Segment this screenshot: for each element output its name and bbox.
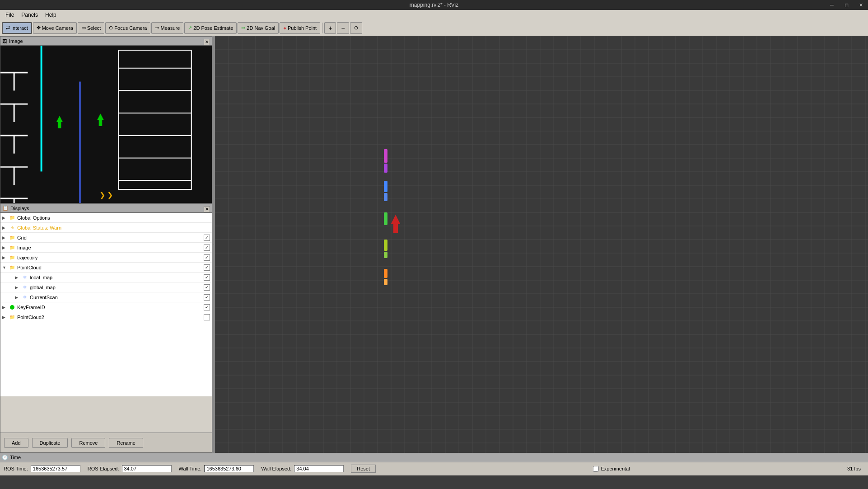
toolbar: ⇄ Interact ✥ Move Camera ▭ Select ⊙ Focu… bbox=[0, 20, 868, 36]
tree-item-image[interactable]: ▶ 📁 Image ✓ bbox=[0, 243, 212, 253]
snowflake-icon: ❄ bbox=[21, 274, 28, 281]
tree-item-trajectory[interactable]: ▶ 📁 trajectory ✓ bbox=[0, 253, 212, 263]
tool-focus-camera[interactable]: ⊙ Focus Camera bbox=[105, 22, 150, 34]
main-area: 🖼 Image ✕ ❯ ❯ 📋 Displays ✕ bbox=[0, 36, 868, 453]
tool-select[interactable]: ▭ Select bbox=[78, 22, 105, 34]
snowflake-icon: ❄ bbox=[21, 284, 28, 291]
tree-item-global-options[interactable]: ▶ 📁 Global Options bbox=[0, 213, 212, 223]
tool-pose-estimate[interactable]: ↗ 2D Pose Estimate bbox=[184, 22, 237, 34]
nav-goal-icon: ⇒ bbox=[241, 25, 245, 31]
restore-button[interactable]: ◻ bbox=[839, 0, 854, 10]
tree-item-keyframe-id[interactable]: ▶ KeyFrameID ✓ bbox=[0, 302, 212, 312]
image-canvas: ❯ ❯ bbox=[0, 46, 212, 203]
image-checkbox[interactable]: ✓ bbox=[204, 244, 210, 251]
folder-icon: 📁 bbox=[9, 314, 16, 321]
displays-panel-header: 📋 Displays ✕ bbox=[0, 204, 212, 213]
time-clock-icon: 🕐 bbox=[2, 455, 8, 461]
expander-icon: ▶ bbox=[2, 245, 9, 250]
window-title: mapping.rviz* - RViz bbox=[410, 2, 458, 8]
green-dot-icon bbox=[9, 304, 16, 311]
reset-button[interactable]: Reset bbox=[351, 465, 376, 473]
tree-item-global-status[interactable]: ▶ ⚠ Global Status: Warn bbox=[0, 223, 212, 233]
window-controls: ─ ◻ ✕ bbox=[825, 0, 868, 10]
titlebar: mapping.rviz* - RViz ─ ◻ ✕ bbox=[0, 0, 868, 10]
remove-button[interactable]: Remove bbox=[71, 438, 105, 448]
tool-move-camera[interactable]: ✥ Move Camera bbox=[33, 22, 77, 34]
menu-panels[interactable]: Panels bbox=[18, 10, 42, 20]
current-scan-checkbox[interactable]: ✓ bbox=[204, 294, 210, 301]
zoom-in-button[interactable]: + bbox=[324, 22, 336, 34]
ros-elapsed-value: 34.07 bbox=[122, 465, 172, 472]
expander-icon: ▶ bbox=[2, 235, 9, 240]
image-panel: 🖼 Image ✕ ❯ ❯ bbox=[0, 36, 212, 203]
displays-panel-icon: 📋 bbox=[2, 205, 9, 211]
pointcloud-checkbox[interactable]: ✓ bbox=[204, 264, 210, 271]
tree-item-pointcloud[interactable]: ▼ 📁 PointCloud ✓ bbox=[0, 263, 212, 273]
time-bar: 🕐 Time ROS Time: 1653635273.57 ROS Elaps… bbox=[0, 453, 868, 475]
wall-elapsed-value: 34.04 bbox=[294, 465, 344, 472]
tree-item-current-scan[interactable]: ▶ ❄ CurrentScan ✓ bbox=[0, 292, 212, 302]
select-icon: ▭ bbox=[81, 25, 86, 31]
tool-interact[interactable]: ⇄ Interact bbox=[2, 22, 32, 34]
focus-camera-icon: ⊙ bbox=[109, 25, 113, 31]
expander-icon: ▶ bbox=[2, 305, 9, 310]
experimental-checkbox[interactable] bbox=[593, 466, 599, 472]
keyframe-id-checkbox[interactable]: ✓ bbox=[204, 304, 210, 310]
minimize-button[interactable]: ─ bbox=[825, 0, 839, 10]
folder-icon: 📁 bbox=[9, 214, 16, 221]
scroll-indicators: ❯ ❯ bbox=[99, 191, 113, 199]
tree-item-local-map[interactable]: ▶ ❄ local_map ✓ bbox=[0, 273, 212, 282]
pointcloud2-checkbox[interactable] bbox=[204, 314, 210, 320]
menu-file[interactable]: File bbox=[2, 10, 18, 20]
menu-help[interactable]: Help bbox=[42, 10, 60, 20]
experimental-label: Experimental bbox=[593, 466, 630, 472]
folder-icon: 📁 bbox=[9, 244, 16, 251]
image-panel-header: 🖼 Image ✕ bbox=[0, 37, 212, 46]
zoom-reset-button[interactable]: ⊙ bbox=[350, 22, 362, 34]
tree-item-global-map[interactable]: ▶ ❄ global_map ✓ bbox=[0, 282, 212, 292]
snowflake-icon: ❄ bbox=[21, 294, 28, 301]
ros-elapsed-field: ROS Elapsed: 34.07 bbox=[88, 465, 172, 472]
tree-item-pointcloud2[interactable]: ▶ 📁 PointCloud2 bbox=[0, 312, 212, 322]
3d-viewport[interactable] bbox=[215, 36, 868, 453]
add-button[interactable]: Add bbox=[4, 438, 28, 448]
tool-measure[interactable]: ⊸ Measure bbox=[151, 22, 183, 34]
ros-time-value: 1653635273.57 bbox=[31, 465, 80, 472]
move-camera-icon: ✥ bbox=[37, 25, 41, 31]
local-map-checkbox[interactable]: ✓ bbox=[204, 274, 210, 281]
expander-icon: ▶ bbox=[15, 285, 21, 290]
trajectory-checkbox[interactable]: ✓ bbox=[204, 254, 210, 261]
grid-canvas bbox=[215, 36, 868, 453]
tree-item-grid[interactable]: ▶ 📁 Grid ✓ bbox=[0, 233, 212, 243]
expander-pointcloud-icon: ▼ bbox=[2, 265, 9, 270]
image-panel-close[interactable]: ✕ bbox=[204, 39, 210, 45]
time-panel-header: 🕐 Time bbox=[0, 453, 868, 462]
displays-panel-close[interactable]: ✕ bbox=[204, 206, 210, 212]
global-map-checkbox[interactable]: ✓ bbox=[204, 284, 210, 291]
duplicate-button[interactable]: Duplicate bbox=[32, 438, 68, 448]
wall-time-value: 1653635273.60 bbox=[204, 465, 254, 472]
expander-icon: ▶ bbox=[2, 315, 9, 320]
warn-icon: ⚠ bbox=[9, 224, 16, 231]
ros-time-field: ROS Time: 1653635273.57 bbox=[4, 465, 80, 472]
tool-publish-point[interactable]: ● Publish Point bbox=[280, 22, 320, 34]
rename-button[interactable]: Rename bbox=[109, 438, 143, 448]
interact-icon: ⇄ bbox=[6, 25, 10, 31]
fps-display: 31 fps bbox=[847, 466, 864, 471]
wall-time-field: Wall Time: 1653635273.60 bbox=[179, 465, 254, 472]
time-controls: ROS Time: 1653635273.57 ROS Elapsed: 34.… bbox=[0, 462, 868, 475]
close-button[interactable]: ✕ bbox=[854, 0, 868, 10]
folder-icon: 📁 bbox=[9, 254, 16, 261]
displays-buttons: Add Duplicate Remove Rename bbox=[0, 433, 212, 452]
grid-checkbox[interactable]: ✓ bbox=[204, 235, 210, 241]
zoom-out-button[interactable]: − bbox=[337, 22, 349, 34]
left-panel: 🖼 Image ✕ ❯ ❯ 📋 Displays ✕ bbox=[0, 36, 212, 453]
expander-icon: ▶ bbox=[15, 275, 21, 280]
displays-panel: 📋 Displays ✕ ▶ 📁 Global Options ▶ ⚠ Glob… bbox=[0, 203, 212, 453]
tool-nav-goal[interactable]: ⇒ 2D Nav Goal bbox=[238, 22, 279, 34]
expander-icon: ▶ bbox=[15, 295, 21, 300]
pose-estimate-icon: ↗ bbox=[188, 25, 192, 31]
publish-point-icon: ● bbox=[283, 25, 286, 31]
folder-icon: 📁 bbox=[9, 264, 16, 271]
folder-icon: 📁 bbox=[9, 234, 16, 241]
